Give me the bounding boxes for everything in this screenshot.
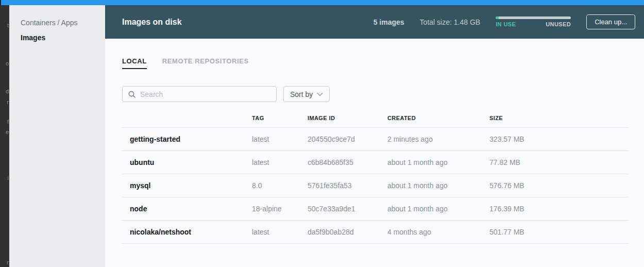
cell-image-id: 5761fe35fa53 [308, 181, 387, 190]
tab-local[interactable]: LOCAL [122, 57, 147, 69]
column-header-tag: TAG [252, 115, 308, 121]
total-size: Total size: 1.48 GB [420, 18, 481, 26]
sort-by-label: Sort by [290, 90, 313, 98]
cell-tag: latest [252, 228, 308, 236]
table-row[interactable]: ubuntulatestc6b84b685f35about 1 month ag… [122, 151, 629, 174]
sidebar-item-images[interactable]: Images [9, 30, 105, 45]
image-count: 5 images [374, 18, 404, 26]
usage-meter-track [496, 16, 571, 19]
cell-size: 176.39 MB [489, 205, 629, 213]
chevron-down-icon [317, 92, 323, 96]
tab-remote-repositories[interactable]: REMOTE REPOSITORIES [162, 57, 249, 69]
sidebar-item-containers-apps[interactable]: Containers / Apps [9, 15, 105, 30]
window-active-accent-bar [0, 0, 644, 5]
table-row[interactable]: mysql8.05761fe35fa53about 1 month ago576… [122, 174, 629, 197]
column-header-created: CREATED [387, 115, 489, 121]
sort-by-dropdown[interactable]: Sort by [283, 86, 330, 102]
toolbar: Sort by [122, 86, 629, 102]
disk-usage-meter: IN USE UNUSED [496, 16, 571, 27]
cell-image-id: c6b84b685f35 [308, 158, 387, 166]
clean-up-button[interactable]: Clean up... [586, 14, 635, 29]
cell-created: about 1 month ago [387, 181, 489, 190]
edge-text-fragment: r [7, 260, 9, 265]
tab-bar: LOCAL REMOTE REPOSITORIES [122, 57, 629, 69]
cell-created: 2 minutes ago [387, 135, 489, 143]
cell-size: 501.77 MB [489, 228, 629, 236]
table-row[interactable]: node18-alpine50c7e33a9de1about 1 month a… [122, 197, 629, 221]
search-icon [128, 90, 136, 98]
column-header-image-id: IMAGE ID [308, 115, 387, 121]
unused-label: UNUSED [546, 21, 571, 27]
cell-image-id: 50c7e33a9de1 [308, 205, 387, 213]
cell-size: 77.82 MB [489, 158, 629, 166]
table-row[interactable]: nicolaka/netshootlatestda5f9b0ab28d4 mon… [122, 221, 629, 244]
edge-text-fragment: r [7, 99, 9, 105]
edge-text-fragment: t [7, 23, 9, 28]
window-edge-strip: todrfeir [0, 5, 9, 267]
edge-text-fragment: d [6, 89, 9, 94]
table-row[interactable]: getting-startedlatest204550c9ce7d2 minut… [122, 128, 629, 151]
image-table-body: getting-startedlatest204550c9ce7d2 minut… [122, 128, 629, 244]
cell-created: about 1 month ago [387, 158, 489, 166]
cell-tag: latest [252, 135, 308, 143]
cell-created: about 1 month ago [387, 205, 489, 213]
image-table: TAG IMAGE ID CREATED SIZE getting-starte… [122, 110, 629, 244]
main-content: LOCAL REMOTE REPOSITORIES Sort by TAG IM… [105, 39, 644, 267]
search-input[interactable] [140, 90, 271, 98]
cell-created: 4 months ago [387, 228, 489, 236]
sidebar: Containers / Apps Images [9, 5, 105, 267]
cell-size: 576.76 MB [489, 181, 629, 190]
cell-name: nicolaka/netshoot [122, 228, 252, 236]
edge-text-fragment: f [7, 119, 9, 125]
usage-meter-fill [496, 16, 499, 19]
cell-image-id: 204550c9ce7d [308, 135, 387, 143]
edge-text-fragment: i [8, 175, 9, 181]
cell-name: node [122, 205, 252, 213]
column-header-size: SIZE [489, 115, 629, 121]
cell-name: mysql [122, 181, 252, 190]
header-summary: 5 images Total size: 1.48 GB IN USE UNUS… [374, 14, 635, 29]
edge-text-fragment: e [6, 129, 9, 135]
page-title: Images on disk [122, 18, 182, 27]
cell-tag: 8.0 [252, 181, 308, 190]
column-header-name [122, 115, 252, 121]
cell-tag: 18-alpine [252, 205, 308, 213]
cell-name: getting-started [122, 135, 252, 143]
cell-size: 323.57 MB [489, 135, 629, 143]
in-use-label: IN USE [496, 21, 516, 27]
cell-tag: latest [252, 158, 308, 166]
table-header-row: TAG IMAGE ID CREATED SIZE [122, 110, 629, 128]
images-header: Images on disk 5 images Total size: 1.48… [105, 5, 644, 39]
search-box[interactable] [122, 86, 277, 102]
cell-name: ubuntu [122, 158, 252, 166]
cell-image-id: da5f9b0ab28d [308, 228, 387, 236]
edge-text-fragment: o [6, 61, 9, 66]
window-corner-notch [0, 0, 1, 5]
